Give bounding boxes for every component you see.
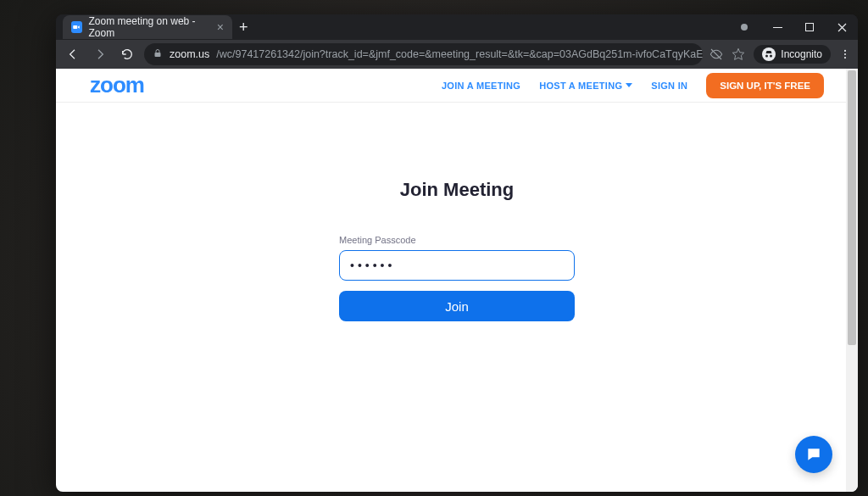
browser-toolbar: zoom.us/wc/97417261342/join?track_id=&jm… [56,40,858,69]
incognito-chip[interactable]: Incognito [754,45,831,64]
svg-rect-0 [74,25,78,29]
url-domain: zoom.us [170,48,209,60]
chevron-down-icon [626,83,632,87]
page-title: Join Meeting [400,179,514,201]
kebab-menu-icon[interactable] [839,48,851,60]
svg-rect-2 [806,24,814,31]
svg-point-5 [844,50,846,52]
join-form: Meeting Passcode Join [339,235,575,321]
close-window-button[interactable] [826,14,858,40]
back-button[interactable] [63,44,83,64]
svg-point-6 [844,53,846,55]
svg-rect-1 [773,27,782,28]
join-button[interactable]: Join [339,291,575,321]
incognito-icon [762,47,776,61]
main-area: Join Meeting Meeting Passcode Join [56,103,858,321]
passcode-label: Meeting Passcode [339,235,575,245]
toolbar-right-icons: Incognito [709,45,851,64]
browser-tab[interactable]: Zoom meeting on web - Zoom × [63,15,232,39]
star-icon[interactable] [732,47,745,61]
window-controls [741,14,858,40]
close-tab-icon[interactable]: × [217,20,224,34]
sign-up-button[interactable]: SIGN UP, IT'S FREE [706,73,824,98]
passcode-input[interactable] [339,250,575,281]
zoom-favicon-icon [71,21,82,33]
titlebar: Zoom meeting on web - Zoom × + [56,14,858,40]
scrollbar-thumb[interactable] [848,70,856,345]
maximize-button[interactable] [793,14,826,40]
svg-rect-3 [155,53,161,57]
header-nav: JOIN A MEETING HOST A MEETING SIGN IN SI… [442,73,824,98]
svg-point-7 [844,57,846,59]
host-meeting-label: HOST A MEETING [539,81,622,91]
address-bar[interactable]: zoom.us/wc/97417261342/join?track_id=&jm… [144,43,703,65]
forward-button[interactable] [90,44,110,64]
media-indicator-icon [741,24,748,31]
eye-off-icon[interactable] [709,47,723,61]
incognito-label: Incognito [781,48,822,60]
browser-window: Zoom meeting on web - Zoom × + [56,14,858,492]
scrollbar[interactable] [846,69,858,492]
tab-title: Zoom meeting on web - Zoom [89,15,210,39]
url-path: /wc/97417261342/join?track_id=&jmf_code=… [216,48,703,60]
zoom-logo[interactable]: zoom [90,72,144,98]
reload-button[interactable] [117,44,137,64]
new-tab-button[interactable]: + [232,19,255,36]
join-meeting-link[interactable]: JOIN A MEETING [442,81,520,91]
page-content: zoom JOIN A MEETING HOST A MEETING SIGN … [56,69,858,492]
chat-icon [805,446,822,463]
lock-icon [153,48,163,61]
host-meeting-link[interactable]: HOST A MEETING [539,81,632,91]
chat-bubble-button[interactable] [795,436,832,473]
minimize-button[interactable] [761,14,793,40]
zoom-header: zoom JOIN A MEETING HOST A MEETING SIGN … [56,69,858,103]
sign-in-link[interactable]: SIGN IN [651,81,687,91]
